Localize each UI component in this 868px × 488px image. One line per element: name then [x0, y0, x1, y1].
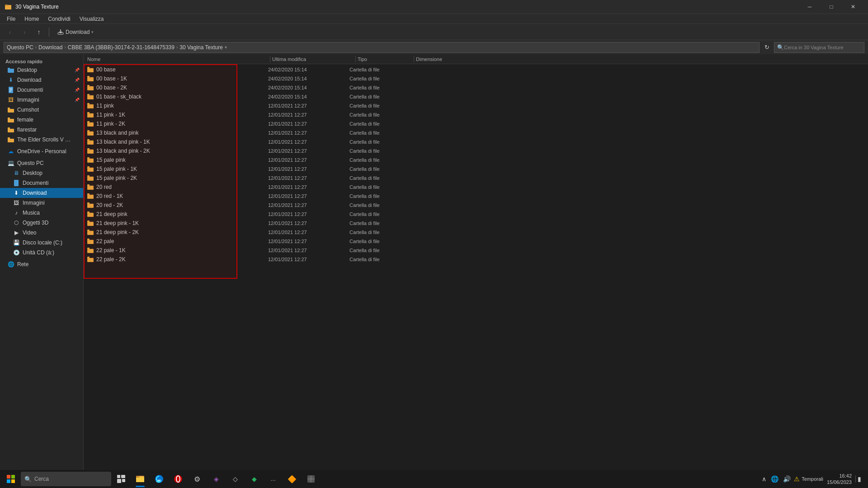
col-header-name[interactable]: Nome	[87, 56, 268, 62]
menu-home[interactable]: Home	[20, 15, 43, 23]
sidebar-item-pc-music[interactable]: ♪ Musica	[0, 208, 83, 218]
sidebar-item-pc-desktop[interactable]: 🖥 Desktop	[0, 168, 83, 178]
file-row[interactable]: 20 red - 1K12/01/2021 12:27Cartella di f…	[84, 192, 868, 201]
up-button[interactable]: ↑	[33, 26, 45, 38]
file-row[interactable]: 13 black and pink - 1K12/01/2021 12:27Ca…	[84, 137, 868, 146]
svg-rect-61	[87, 193, 90, 195]
sidebar-item-pc-3d[interactable]: ⬡ Oggetti 3D	[0, 218, 83, 228]
sidebar-item-cumshot[interactable]: Cumshot	[0, 105, 83, 115]
taskbar-app5[interactable]	[302, 470, 320, 488]
file-row[interactable]: 22 pale - 1K12/01/2021 12:27Cartella di …	[84, 246, 868, 255]
taskbar-search-box[interactable]: 🔍 Cerca	[21, 472, 111, 486]
file-row[interactable]: 15 pale pink - 2K12/01/2021 12:27Cartell…	[84, 174, 868, 183]
file-type: Cartella di file	[349, 175, 404, 181]
col-header-type[interactable]: Tipo	[358, 56, 412, 62]
breadcrumb-item-download[interactable]: Download	[38, 44, 62, 51]
taskbar-settings1[interactable]: ⚙	[188, 470, 206, 488]
sidebar-item-documents[interactable]: Documenti 📌	[0, 85, 83, 95]
file-row[interactable]: 21 deep pink - 2K12/01/2021 12:27Cartell…	[84, 228, 868, 237]
taskbar-volume-icon[interactable]: 🔊	[782, 475, 792, 483]
close-button[interactable]: ✕	[843, 0, 863, 14]
taskbar-chevron[interactable]: ∧	[760, 475, 768, 483]
file-row[interactable]: 20 red - 2K12/01/2021 12:27Cartella di f…	[84, 201, 868, 210]
back-button[interactable]: ‹	[4, 26, 16, 38]
download-toolbar-button[interactable]: Download ▾	[53, 26, 98, 38]
file-row[interactable]: 21 deep pink - 1K12/01/2021 12:27Cartell…	[84, 219, 868, 228]
file-row[interactable]: 13 black and pink12/01/2021 12:27Cartell…	[84, 128, 868, 137]
svg-rect-70	[87, 221, 90, 222]
folder-icon	[87, 157, 94, 163]
app2-icon: ◇	[233, 475, 238, 483]
file-row[interactable]: 00 base - 2K24/02/2020 15:14Cartella di …	[84, 83, 868, 92]
file-row[interactable]: 11 pink - 1K12/01/2021 12:27Cartella di …	[84, 110, 868, 119]
sidebar-item-images[interactable]: 🖼 Immagini 📌	[0, 95, 83, 105]
sidebar-item-download[interactable]: ⬇ Download 📌	[0, 75, 83, 85]
sidebar-item-pc-documents[interactable]: Documenti	[0, 178, 83, 188]
menu-visualizza[interactable]: Visualizza	[75, 15, 108, 23]
file-name-cell: 13 black and pink - 1K	[87, 139, 268, 145]
breadcrumb-item-current[interactable]: 30 Vagina Texture	[179, 44, 223, 51]
svg-rect-46	[87, 148, 90, 150]
file-row[interactable]: 01 base - sk_black24/02/2020 15:14Cartel…	[84, 92, 868, 101]
menu-condividi[interactable]: Condividi	[43, 15, 75, 23]
breadcrumb-item-pc[interactable]: Questo PC	[7, 44, 33, 51]
sidebar-item-pc-images[interactable]: 🖼 Immagini	[0, 198, 83, 208]
sidebar-item-female[interactable]: female	[0, 115, 83, 125]
search-box[interactable]: 🔍 Cerca in 30 Vagina Texture	[774, 42, 864, 53]
file-row[interactable]: 15 pale pink - 1K12/01/2021 12:27Cartell…	[84, 164, 868, 174]
taskbar-start[interactable]	[2, 470, 20, 488]
sidebar-item-skyrim[interactable]: The Elder Scrolls V Skyrim - Legenda	[0, 135, 83, 145]
svg-rect-55	[87, 175, 90, 177]
search-placeholder: Cerca in 30 Vagina Texture	[784, 45, 844, 50]
menu-file[interactable]: File	[2, 15, 20, 23]
taskbar-network-icon[interactable]: 🌐	[769, 475, 780, 483]
forward-button[interactable]: ›	[18, 26, 31, 38]
svg-rect-21	[87, 77, 94, 81]
file-name-cell: 20 red - 1K	[87, 193, 268, 199]
sidebar-item-drive-cd[interactable]: 💿 Unità CD (à:)	[0, 248, 83, 258]
sidebar-item-drive-c[interactable]: 💾 Disco locale (C:)	[0, 238, 83, 248]
taskbar-app3[interactable]: ◆	[245, 470, 263, 488]
col-header-size[interactable]: Dimensione	[416, 56, 461, 62]
file-row[interactable]: 11 pink12/01/2021 12:27Cartella di file	[84, 101, 868, 110]
taskbar-notification-label: Temporali	[802, 476, 823, 482]
taskbar-taskview[interactable]	[112, 470, 130, 488]
svg-rect-36	[87, 122, 94, 127]
maximize-button[interactable]: □	[821, 0, 842, 14]
taskbar-app2[interactable]: ◇	[226, 470, 244, 488]
minimize-button[interactable]: ─	[799, 0, 820, 14]
sidebar-item-pc-video[interactable]: ▶ Video	[0, 228, 83, 238]
breadcrumb-item-cbbe[interactable]: CBBE 3BA (3BBB)-30174-2-31-1648475339	[68, 44, 175, 51]
file-row[interactable]: 11 pink - 2K12/01/2021 12:27Cartella di …	[84, 119, 868, 128]
taskbar-show-desktop[interactable]: ▮	[855, 475, 863, 483]
file-row[interactable]: 20 red12/01/2021 12:27Cartella di file	[84, 183, 868, 192]
taskbar-app4[interactable]: 🔶	[283, 470, 301, 488]
title-bar: 30 Vagina Texture ─ □ ✕	[0, 0, 868, 14]
sidebar-item-flarestar[interactable]: flarestar	[0, 125, 83, 135]
taskbar-clock[interactable]: 16:42 15/06/2023	[825, 473, 854, 486]
file-row[interactable]: 22 pale12/01/2021 12:27Cartella di file	[84, 237, 868, 246]
taskbar-opera[interactable]	[169, 470, 187, 488]
sidebar-item-network[interactable]: 🌐 Rete	[0, 259, 83, 269]
file-row[interactable]: 00 base - 1K24/02/2020 15:14Cartella di …	[84, 74, 868, 83]
sidebar-item-questopc[interactable]: 💻 Questo PC	[0, 158, 83, 168]
file-row[interactable]: 22 pale - 2K12/01/2021 12:27Cartella di …	[84, 255, 868, 264]
column-headers: Nome Ultima modifica Tipo Dimensione	[84, 54, 868, 64]
file-row[interactable]: 13 black and pink - 2K12/01/2021 12:27Ca…	[84, 146, 868, 155]
file-row[interactable]: 15 pale pink12/01/2021 12:27Cartella di …	[84, 155, 868, 164]
taskbar-edge[interactable]	[150, 470, 168, 488]
sidebar-item-pc-download[interactable]: ⬇ Download	[0, 188, 83, 198]
taskbar-app1[interactable]: ◈	[207, 470, 225, 488]
sidebar-item-desktop[interactable]: Desktop 📌	[0, 65, 83, 75]
breadcrumb[interactable]: Questo PC › Download › CBBE 3BA (3BBB)-3…	[4, 42, 760, 53]
file-name-cell: 15 pale pink - 2K	[87, 175, 268, 181]
svg-rect-15	[8, 139, 14, 142]
file-row[interactable]: 00 base24/02/2020 15:14Cartella di file	[84, 65, 868, 74]
col-header-date[interactable]: Ultima modifica	[272, 56, 354, 62]
file-date: 12/01/2021 12:27	[268, 211, 349, 217]
taskbar-explorer[interactable]	[131, 470, 149, 488]
sidebar-item-onedrive[interactable]: ☁ OneDrive - Personal	[0, 146, 83, 156]
refresh-button[interactable]: ↻	[761, 42, 772, 53]
taskbar-more[interactable]: …	[264, 470, 282, 488]
file-row[interactable]: 21 deep pink12/01/2021 12:27Cartella di …	[84, 210, 868, 219]
